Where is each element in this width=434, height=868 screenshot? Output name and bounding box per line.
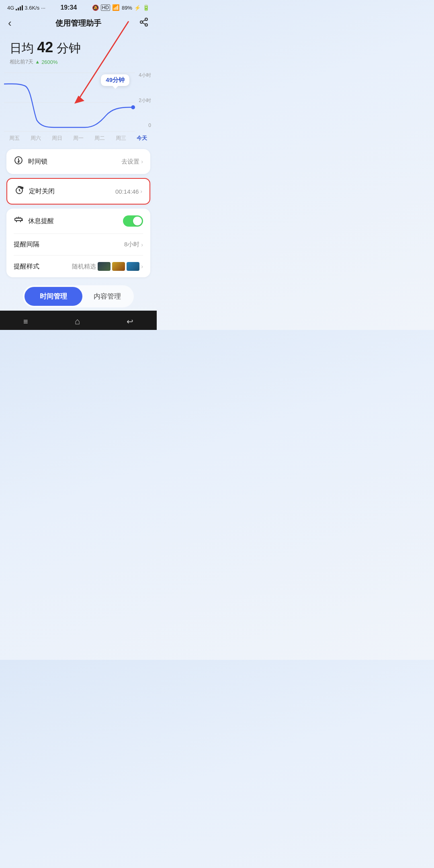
timer-close-row[interactable]: ON 定时关闭 00:14:46 › [14, 179, 142, 204]
time-lock-left: 时间锁 [14, 156, 47, 168]
chart-y-labels: 4小时 2小时 0 [139, 72, 151, 128]
share-button[interactable] [136, 17, 149, 29]
trend-arrow: ▲ [35, 59, 40, 65]
reminder-style-row[interactable]: 提醒样式 随机精选 › [14, 256, 143, 277]
trend-percent: 2600% [41, 59, 57, 65]
stats-value: 42 [37, 39, 53, 55]
status-bar: 4G 3.6K/s ··· 19:34 🔕 HD 📶 89% ⚡ 🔋 [0, 0, 157, 14]
toggle-knob [133, 217, 142, 225]
back-nav-button[interactable]: ↩ [127, 317, 133, 326]
reminder-interval-value: 8小时 › [124, 241, 143, 248]
svg-point-8 [131, 105, 135, 109]
day-today: 今天 [137, 135, 147, 142]
timer-close-value: 00:14:46 › [115, 188, 142, 195]
menu-button[interactable]: ≡ [23, 317, 28, 326]
y-label-top: 4小时 [139, 72, 151, 79]
nav-bar: ≡ ⌂ ↩ [0, 311, 157, 330]
timer-close-icon: ON [14, 185, 24, 197]
interval-chevron: › [141, 242, 143, 248]
time-lock-action: 去设置 [121, 158, 139, 166]
timer-close-label: 定时关闭 [29, 187, 55, 196]
stats-prefix: 日均 [10, 41, 34, 55]
stats-suffix: 分钟 [57, 41, 81, 55]
svg-line-4 [143, 20, 145, 21]
reminder-style-label: 提醒样式 [14, 262, 39, 271]
network-type: 4G [7, 5, 14, 11]
battery-percent: 89% [122, 5, 132, 11]
home-button[interactable]: ⌂ [75, 316, 80, 327]
chart-days: 周五 周六 周日 周一 周二 周三 今天 [4, 132, 153, 146]
thumb-2 [112, 262, 125, 271]
y-label-bot: 0 [139, 123, 151, 128]
stats-title: 日均 42 分钟 [10, 39, 147, 57]
day-2: 周日 [52, 135, 62, 142]
style-text: 随机精选 [72, 263, 96, 270]
thumb-3 [127, 262, 139, 271]
header: ‹ 使用管理助手 [0, 14, 157, 35]
time-lock-chevron: › [141, 158, 143, 165]
day-1: 周六 [31, 135, 41, 142]
time-lock-label: 时间锁 [28, 158, 47, 166]
time-management-tab[interactable]: 时间管理 [25, 287, 82, 306]
time-lock-icon [14, 156, 23, 168]
time-lock-value: 去设置 › [121, 158, 143, 166]
chart-section: 4小时 2小时 0 49分钟 周五 周六 周日 周一 周二 周三 今天 [0, 66, 157, 146]
day-4: 周二 [94, 135, 105, 142]
cards-section: 时间锁 去设置 › ON 定时关闭 [0, 146, 157, 280]
rest-reminder-card: 休息提醒 提醒间隔 8小时 › 提醒样式 随机精选 › [6, 209, 150, 277]
time-lock-card: 时间锁 去设置 › [6, 149, 150, 174]
rest-reminder-icon [14, 215, 23, 227]
chart-svg-wrap [4, 72, 153, 132]
timer-close-card[interactable]: ON 定时关闭 00:14:46 › [6, 178, 150, 205]
reminder-interval-row[interactable]: 提醒间隔 8小时 › [14, 234, 143, 256]
reminder-interval-label: 提醒间隔 [14, 240, 39, 249]
rest-reminder-toggle[interactable] [123, 215, 143, 227]
stats-section: 日均 42 分钟 相比前7天 ▲ 2600% [0, 35, 157, 66]
svg-text:ON: ON [21, 187, 23, 189]
rest-reminder-left: 休息提醒 [14, 215, 54, 227]
page-title: 使用管理助手 [21, 18, 136, 29]
timer-close-chevron: › [140, 188, 142, 194]
day-5: 周三 [116, 135, 126, 142]
tooltip-value: 49分钟 [106, 76, 125, 83]
thumb-row [98, 262, 139, 271]
bottom-tabs-section: 时间管理 内容管理 [0, 280, 157, 311]
hd-label: HD [101, 4, 110, 11]
compare-label: 相比前7天 [10, 58, 33, 66]
day-3: 周一 [73, 135, 84, 142]
battery-icon: 🔋 [143, 4, 149, 11]
stats-subtitle: 相比前7天 ▲ 2600% [10, 58, 147, 66]
status-left: 4G 3.6K/s ··· [7, 5, 45, 11]
bottom-tabs-wrap: 时间管理 内容管理 [23, 285, 134, 307]
content-management-tab[interactable]: 内容管理 [82, 287, 132, 306]
svg-line-3 [143, 23, 145, 24]
interval-text: 8小时 [124, 241, 139, 248]
status-dots: ··· [41, 5, 45, 11]
svg-rect-12 [18, 161, 19, 163]
alarm-icon: 🔕 [92, 4, 99, 11]
status-right: 🔕 HD 📶 89% ⚡ 🔋 [92, 4, 149, 11]
status-time: 19:34 [60, 4, 77, 11]
rest-reminder-label: 休息提醒 [28, 217, 54, 225]
thumb-1 [98, 262, 111, 271]
chart-tooltip: 49分钟 [101, 74, 129, 86]
timer-close-left: ON 定时关闭 [14, 185, 55, 197]
back-button[interactable]: ‹ [8, 17, 21, 29]
day-0: 周五 [9, 135, 20, 142]
time-lock-row[interactable]: 时间锁 去设置 › [14, 149, 143, 174]
charging-icon: ⚡ [134, 5, 141, 11]
wifi-icon: 📶 [112, 4, 120, 11]
timer-close-time: 00:14:46 [115, 188, 139, 195]
reminder-style-value: 随机精选 › [72, 262, 143, 271]
style-chevron: › [141, 263, 143, 270]
y-label-mid: 2小时 [139, 97, 151, 104]
signal-bars [16, 5, 23, 10]
network-speed: 3.6K/s [25, 5, 39, 11]
rest-reminder-row: 休息提醒 [14, 209, 143, 234]
